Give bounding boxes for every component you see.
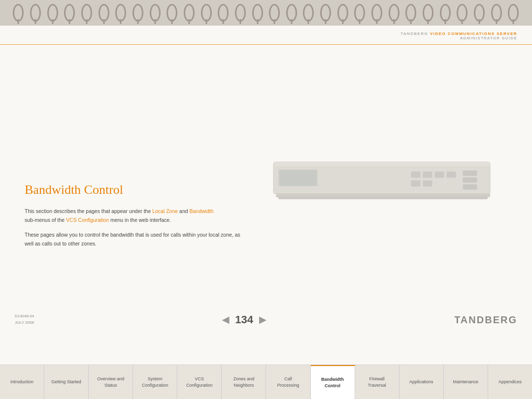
guide-label: ADMINISTRATOR GUIDE [15, 36, 517, 40]
main-content: TANDBERG VIDEO COMMUNICATIONS SERVER ADM… [0, 26, 532, 365]
page-number: 134 [235, 313, 253, 326]
svg-point-6 [324, 174, 327, 177]
device-section [256, 104, 507, 254]
doc-date: JULY 2008 [15, 320, 34, 326]
svg-rect-1 [273, 162, 490, 167]
footer-brand: TANDBERG [454, 314, 517, 326]
spiral-ring [47, 4, 58, 22]
svg-rect-11 [447, 172, 456, 178]
text-section: Bandwidth Control This section describes… [25, 183, 241, 254]
spiral-ring [371, 4, 382, 22]
bandwidth-link[interactable]: Bandwidth [189, 208, 213, 214]
nav-firewall-traversal[interactable]: FirewallTraversal [355, 365, 399, 399]
page-number-area: ◀ 134 ▶ [222, 313, 266, 326]
doc-number: D14049.04 [15, 313, 34, 320]
nav-getting-started[interactable]: Getting Started [44, 365, 89, 399]
spiral-ring [457, 4, 467, 22]
nav-overview-status[interactable]: Overview andStatus [89, 365, 133, 399]
spiral-ring [354, 4, 365, 22]
svg-rect-15 [463, 178, 477, 183]
local-zone-link[interactable]: Local Zone [152, 208, 178, 214]
svg-rect-14 [463, 171, 477, 176]
spiral-ring [508, 4, 519, 22]
spiral-ring [252, 4, 263, 22]
spiral-ring [64, 4, 75, 22]
spiral-ring [303, 4, 314, 22]
spiral-ring [13, 4, 24, 22]
spiral-ring [286, 4, 297, 22]
device-image [268, 147, 495, 211]
page-title: Bandwidth Control [25, 183, 241, 197]
nav-introduction[interactable]: Introduction [0, 365, 44, 399]
spiral-ring [99, 4, 109, 22]
footer-area: D14049.04 JULY 2008 ◀ 134 ▶ TANDBERG [0, 311, 532, 328]
spiral-ring [235, 4, 246, 22]
spiral-ring [150, 4, 161, 22]
spiral-ring [389, 4, 399, 22]
nav-bandwidth-control[interactable]: BandwidthControl [311, 365, 355, 399]
svg-rect-8 [411, 172, 420, 178]
svg-rect-10 [435, 172, 444, 178]
spiral-ring [423, 4, 433, 22]
svg-rect-9 [423, 172, 432, 178]
spiral-ring [201, 4, 212, 22]
nav-applications[interactable]: Applications [399, 365, 444, 399]
product-name: VIDEO COMMUNICATIONS SERVER [430, 31, 517, 36]
spiral-ring [166, 4, 177, 22]
spiral-ring [133, 4, 143, 22]
description-paragraph-2: These pages allow you to control the ban… [25, 231, 241, 248]
spiral-ring [440, 4, 451, 22]
svg-rect-5 [279, 170, 317, 185]
spiral-ring [218, 4, 229, 22]
nav-vcs-configuration[interactable]: VCSConfiguration [177, 365, 222, 399]
spiral-ring [115, 4, 126, 22]
spiral-binding [0, 0, 532, 26]
svg-rect-16 [463, 184, 477, 189]
description-paragraph-1: This section describes the pages that ap… [25, 207, 241, 225]
vcs-config-link[interactable]: VCS Configuration [66, 217, 109, 223]
brand-line: TANDBERG VIDEO COMMUNICATIONS SERVER [15, 31, 517, 36]
spiral-ring [405, 4, 416, 22]
spiral-ring [337, 4, 348, 22]
svg-rect-12 [411, 181, 420, 186]
spiral-ring [184, 4, 195, 22]
nav-appendices[interactable]: Appendices [488, 365, 532, 399]
svg-rect-18 [278, 196, 488, 199]
header: TANDBERG VIDEO COMMUNICATIONS SERVER ADM… [0, 26, 532, 45]
spiral-ring [81, 4, 92, 22]
prev-page-button[interactable]: ◀ [222, 314, 229, 325]
company-name: TANDBERG [400, 31, 428, 36]
spiral-ring [269, 4, 280, 22]
nav-call-processing[interactable]: CallProcessing [266, 365, 310, 399]
svg-point-7 [324, 179, 327, 182]
footer-doc-info: D14049.04 JULY 2008 [15, 313, 34, 326]
spiral-ring [30, 4, 41, 22]
nav-system-configuration[interactable]: SystemConfiguration [133, 365, 177, 399]
spiral-ring [474, 4, 485, 22]
nav-maintenance[interactable]: Maintenance [444, 365, 488, 399]
svg-rect-13 [423, 181, 432, 186]
content-body: Bandwidth Control This section describes… [0, 45, 532, 269]
next-page-button[interactable]: ▶ [259, 314, 266, 325]
nav-zones-neighbors[interactable]: Zones andNeighbors [222, 365, 266, 399]
spiral-ring [320, 4, 331, 22]
spiral-ring [491, 4, 502, 22]
bottom-navigation: Introduction Getting Started Overview an… [0, 365, 532, 399]
